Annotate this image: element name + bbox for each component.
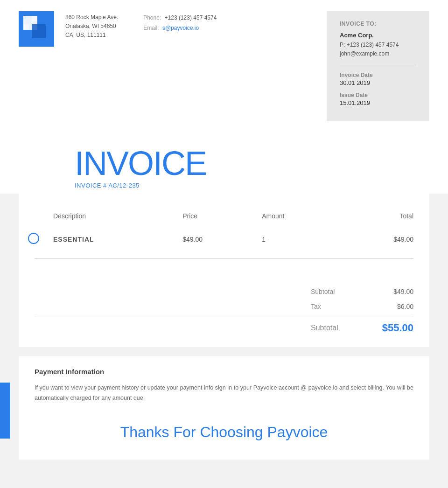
col-total-header: Total [341,208,420,226]
table-divider-row [28,252,420,265]
tax-label: Tax [311,303,367,310]
invoice-date-value: 30.01 2019 [340,79,416,86]
company-address: 860 Rock Maple Ave. Onalaska, WI 54650 C… [65,11,118,40]
svg-rect-2 [32,24,46,38]
issue-date-value: 15.01.2019 [340,99,416,106]
to-divider [340,65,416,65]
header-left: 860 Rock Maple Ave. Onalaska, WI 54650 C… [19,11,217,47]
table-section: Description Price Amount Total ESSENTIAL… [19,194,429,279]
final-subtotal-label: Subtotal [311,324,367,332]
email-value: s@payvoice.io [162,25,199,31]
phone-value: +123 (123) 457 4574 [165,14,217,21]
tax-row: Tax $6.00 [35,299,413,314]
svg-rect-4 [23,24,29,30]
issue-date-label: Issue Date [340,92,416,98]
summary-divider [35,316,413,316]
col-amount-header: Amount [255,208,341,226]
tax-value: $6.00 [367,303,413,310]
divider-cell [28,252,420,265]
thankyou-text: Thanks For Choosing Payvoice [35,424,413,441]
phone-label: Phone: [143,14,161,21]
address-line3: CA, US, 111111 [65,31,118,40]
address-line1: 860 Rock Maple Ave. [65,13,118,22]
payment-section: Payment Information If you want to view … [19,356,429,414]
col-description-header: Description [47,208,176,226]
final-subtotal-row: Subtotal $55.00 [35,318,413,338]
subtotal-row: Subtotal $49.00 [35,284,413,299]
item-name-cell: ESSENTIAL [47,226,176,252]
subtotal-label: Subtotal [311,288,367,295]
client-company: Acme Corp. [340,32,416,39]
invoice-to-title: INVOICE TO: [340,21,416,27]
invoice-to-section: INVOICE TO: Acme Corp. P: +123 (123) 457… [327,11,429,121]
email-label: Email: [143,25,159,31]
table-header-row: Description Price Amount Total [28,208,420,226]
col-price-header: Price [176,208,255,226]
item-total-cell: $49.00 [341,226,420,252]
item-amount-cell: 1 [255,226,341,252]
client-email: john@example.com [340,49,416,58]
company-contact: Phone: +123 (123) 457 4574 Email: s@payv… [129,11,217,33]
thankyou-section: Thanks For Choosing Payvoice [19,414,429,460]
invoice-heading-block: INVOICE INVOICE # AC/12-235 [75,146,206,189]
summary-section: Subtotal $49.00 Tax $6.00 Subtotal $55.0… [19,279,429,347]
item-icon-cell [28,226,47,252]
company-logo [19,11,54,47]
phone-line: Phone: +123 (123) 457 4574 [143,13,217,23]
invoice-page: 860 Rock Maple Ave. Onalaska, WI 54650 C… [0,0,448,488]
table-divider [35,258,413,259]
final-subtotal-value: $55.00 [367,322,413,334]
header-section: 860 Rock Maple Ave. Onalaska, WI 54650 C… [0,0,448,132]
invoice-title-section: INVOICE INVOICE # AC/12-235 [0,132,448,194]
svg-rect-3 [32,16,37,21]
payment-title: Payment Information [35,368,413,376]
address-line2: Onalaska, WI 54650 [65,22,118,31]
invoice-heading: INVOICE [75,146,206,180]
item-price-cell: $49.00 [176,226,255,252]
client-phone: P: +123 (123) 457 4574 [340,41,416,49]
invoice-table: Description Price Amount Total ESSENTIAL… [28,208,420,265]
left-accent-bar [0,383,10,439]
item-circle-icon [28,233,39,244]
invoice-number: INVOICE # AC/12-235 [75,182,206,189]
email-line: Email: s@payvoice.io [143,23,217,34]
col-icon-header [28,208,47,226]
subtotal-value: $49.00 [367,288,413,295]
table-row: ESSENTIAL $49.00 1 $49.00 [28,226,420,252]
payment-text: If you want to view your payment history… [35,383,413,403]
invoice-date-label: Invoice Date [340,72,416,78]
